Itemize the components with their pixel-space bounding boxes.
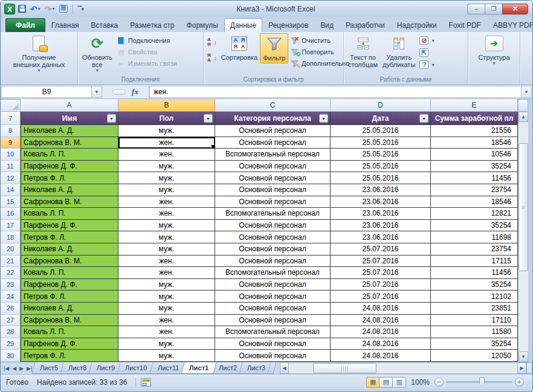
text-to-columns-button[interactable]: Текст по столбцам: [346, 33, 380, 69]
customize-qat-button[interactable]: ▔▾: [77, 3, 85, 15]
cell-sum[interactable]: 23754: [431, 184, 518, 196]
row-header-30[interactable]: 30: [1, 350, 21, 362]
row-header-27[interactable]: 27: [1, 315, 21, 327]
restore-button[interactable]: ❐: [485, 4, 502, 14]
insert-function-icon[interactable]: fx: [132, 87, 138, 97]
cell-gender[interactable]: жен.: [118, 149, 215, 161]
cell-category[interactable]: Основной персонал: [215, 350, 331, 362]
column-header-D[interactable]: D: [331, 99, 431, 112]
cell-gender[interactable]: муж.: [118, 338, 215, 350]
cell-name[interactable]: Парфенов Д. Ф.: [21, 161, 118, 173]
cell-category[interactable]: Основной персонал: [215, 172, 331, 184]
cell-date[interactable]: 25.07.2016: [331, 243, 431, 255]
cell-date[interactable]: 23.06.2016: [331, 208, 431, 220]
row-header-29[interactable]: 29: [1, 338, 21, 350]
cell-gender[interactable]: муж.: [118, 220, 215, 232]
cell-sum[interactable]: 10546: [431, 149, 518, 161]
tab-Foxit PDF[interactable]: Foxit PDF: [443, 18, 487, 32]
cell-date[interactable]: 24.08.2016: [331, 338, 431, 350]
vertical-scrollbar[interactable]: ▲ ▼: [518, 112, 528, 362]
cell-date[interactable]: 25.07.2016: [331, 255, 431, 268]
cell-name[interactable]: Парфенов Д. Ф.: [21, 279, 118, 291]
excel-logo-icon[interactable]: X: [4, 4, 15, 14]
column-header-E[interactable]: E: [431, 99, 518, 112]
expand-formula-bar-icon[interactable]: ▼: [521, 86, 532, 98]
cell-sum[interactable]: 18546: [431, 137, 518, 149]
cell-date[interactable]: 24.08.2016: [331, 303, 431, 315]
tab-Надстройки[interactable]: Надстройки: [391, 18, 443, 32]
cell-sum[interactable]: 23754: [431, 243, 518, 255]
cell-gender[interactable]: жен.: [118, 326, 215, 338]
zoom-level[interactable]: 100%: [411, 378, 430, 387]
cell-sum[interactable]: 11580: [431, 326, 518, 338]
tab-Разметка стр[interactable]: Разметка стр: [124, 18, 180, 32]
normal-view-button[interactable]: ▦: [366, 377, 380, 388]
undo-dropdown-icon[interactable]: ▾: [38, 6, 40, 11]
cell-gender[interactable]: жен.: [118, 208, 215, 220]
cell-sum[interactable]: 11456: [431, 172, 518, 184]
row-header-26[interactable]: 26: [1, 303, 21, 315]
cell-sum[interactable]: 35254: [431, 279, 518, 291]
data-validation-button[interactable]: ⊘▼: [418, 36, 437, 45]
row-header-8[interactable]: 8: [1, 125, 21, 137]
row-header-18[interactable]: 18: [1, 231, 21, 243]
cell-date[interactable]: 25.05.2016: [331, 161, 431, 173]
row-header-20[interactable]: 20: [1, 243, 21, 255]
row-header-15[interactable]: 15: [1, 196, 21, 208]
cell-gender[interactable]: муж.: [118, 231, 215, 243]
cell-category[interactable]: Основной персонал: [215, 279, 331, 291]
zoom-slider-thumb[interactable]: [479, 378, 485, 386]
cell-name[interactable]: Петров Ф. Л.: [21, 350, 118, 362]
tab-split-handle[interactable]: [526, 362, 532, 374]
cell-name[interactable]: Парфенов Д. Ф.: [21, 220, 118, 232]
row-header-10[interactable]: 10: [1, 149, 21, 161]
scroll-left-icon[interactable]: ◀: [280, 362, 289, 374]
refresh-all-button[interactable]: ⟳ Обновить все ▼: [80, 33, 115, 74]
row-header-24[interactable]: 24: [1, 291, 21, 303]
cell-category[interactable]: Основной персонал: [215, 161, 331, 173]
tab-Формулы[interactable]: Формулы: [181, 18, 224, 32]
cell-gender[interactable]: муж.: [118, 243, 215, 255]
cell-date[interactable]: 25.05.2016: [331, 137, 431, 149]
cell-category[interactable]: Основной персонал: [215, 196, 331, 208]
what-if-button[interactable]: ?▼: [418, 60, 437, 69]
Повторить-button[interactable]: ⟲Повторить: [288, 47, 351, 57]
cell-category[interactable]: Основной персонал: [215, 303, 331, 315]
cell-category[interactable]: Основной персонал: [215, 243, 331, 255]
scroll-up-icon[interactable]: ▲: [518, 112, 528, 122]
cell-name[interactable]: Сафронова В. М.: [21, 137, 118, 149]
cell-category[interactable]: Основной персонал: [215, 184, 331, 196]
Очистить-button[interactable]: ✕Очистить: [288, 36, 351, 45]
cell-category[interactable]: Основной персонал: [215, 137, 331, 149]
first-sheet-icon[interactable]: |◀: [4, 365, 9, 371]
prev-sheet-icon[interactable]: ◀: [12, 365, 16, 371]
formula-input[interactable]: жен.: [149, 86, 521, 98]
cell-category[interactable]: Основной персонал: [215, 291, 331, 303]
cell-name[interactable]: Коваль Л. П.: [21, 208, 118, 220]
cell-date[interactable]: 25.05.2016: [331, 172, 431, 184]
cell-date[interactable]: 24.08.2016: [331, 350, 431, 362]
cell-category[interactable]: Основной персонал: [215, 220, 331, 232]
cell-sum[interactable]: 21556: [431, 125, 518, 137]
consolidate-button[interactable]: ⇱: [418, 48, 437, 57]
horizontal-scroll-groove[interactable]: ||||: [289, 362, 517, 374]
cell-name[interactable]: Сафронова В. М.: [21, 196, 118, 208]
sort-az-button[interactable]: АЯ↓: [205, 37, 219, 48]
row-header-28[interactable]: 28: [1, 326, 21, 338]
cell-name[interactable]: Коваль Л. П.: [21, 149, 118, 161]
redo-button[interactable]: ↷▾: [44, 3, 56, 15]
cell-name[interactable]: Петров Ф. Л.: [21, 231, 118, 243]
row-header-7[interactable]: 7: [1, 112, 21, 125]
cell-category[interactable]: Основной персонал: [215, 231, 331, 243]
cell-sum[interactable]: 35254: [431, 161, 518, 173]
cell-sum[interactable]: 12050: [431, 350, 518, 362]
tab-Данные[interactable]: Данные: [224, 18, 262, 32]
cell-category[interactable]: Вспомогательный персонал: [215, 267, 331, 279]
name-box-dropdown-icon[interactable]: ▼: [92, 86, 102, 98]
scroll-right-icon[interactable]: ▶: [517, 362, 526, 374]
resize-grip[interactable]: ⋰: [525, 382, 531, 388]
cell-gender[interactable]: муж.: [118, 291, 215, 303]
cell-date[interactable]: 25.07.2016: [331, 291, 431, 303]
cell-date[interactable]: 23.06.2016: [331, 220, 431, 232]
cell-gender[interactable]: жен.: [118, 137, 215, 149]
